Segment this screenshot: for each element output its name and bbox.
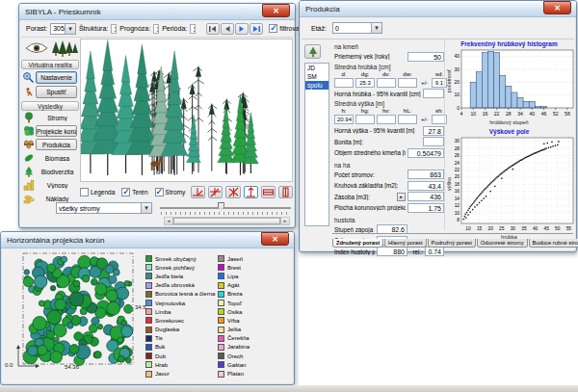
tab-4[interactable]: Odumreté stromy (477, 239, 528, 248)
species-tree-button[interactable] (304, 44, 321, 59)
col-label: hL: (398, 108, 417, 114)
tree-icon (21, 112, 36, 123)
svg-text:25: 25 (499, 226, 505, 231)
height-curve-chart: 8101214161820222426283010152025303540455… (445, 135, 577, 235)
slider-thumb[interactable] (218, 202, 224, 211)
view-axes-diagonal-button[interactable] (225, 186, 240, 198)
titlebar-crown-projection[interactable]: Horizontálna projekcia korún ✕ (1, 232, 294, 248)
stromy-checkbox[interactable] (155, 188, 164, 196)
hustota-row: Index hustoty porastu:880rel.:0.74 (334, 247, 444, 256)
perioda-input[interactable]: 1 (190, 24, 196, 34)
stat-field[interactable] (377, 78, 396, 88)
view-height-button[interactable] (278, 186, 293, 198)
titlebar-explorer[interactable]: SIBYLA - Prieskumník ✕ (19, 4, 295, 20)
legend-swatch (145, 264, 152, 271)
species-item-JD[interactable]: JD (305, 64, 328, 72)
titlebar-production[interactable]: Produkcia ✕ (300, 1, 576, 17)
sidebar-item-2[interactable]: Projekcie korún (21, 124, 79, 138)
nastavenie-button[interactable]: Nastavenie (36, 71, 77, 84)
spustit-button[interactable]: Spustiť (36, 86, 77, 98)
legend-item: Vŕba (218, 316, 290, 325)
tab-2[interactable]: Hlavný porast (384, 239, 426, 248)
stat-field[interactable] (334, 78, 354, 88)
view-front-button[interactable] (244, 186, 258, 198)
horna-vyska-label: Horná výška - 95% kvantil [m] (334, 127, 421, 134)
stat-field[interactable] (398, 78, 417, 88)
legend-label: Brest (227, 265, 241, 271)
nav-last-button[interactable] (250, 23, 263, 35)
stat-field[interactable]: 20.94 (334, 115, 354, 124)
zoom-slider[interactable] (160, 202, 291, 215)
filter-checkbox[interactable] (269, 24, 277, 33)
window-title-crown-projection: Horizontálna projekcia korún (7, 236, 104, 245)
etaz-combo[interactable]: 0 ▼ (332, 22, 382, 34)
scrollbar-thumb[interactable] (173, 218, 280, 224)
horna-hrubka-label: Horná hrúbka - 95% kvantil [cm]: (334, 91, 421, 97)
sidebar-item-6[interactable]: Výnosy (21, 178, 79, 192)
objem-field[interactable]: 0.50479 (407, 148, 444, 158)
row-field[interactable]: 880 (377, 247, 407, 256)
prognoza-input[interactable]: 1 (153, 24, 159, 34)
sidebar-item-3[interactable]: Produkcia (21, 138, 79, 151)
legend-item: Jelša (218, 326, 290, 334)
view-axes-xy-button[interactable] (208, 186, 223, 198)
legend-item: Hrab (145, 360, 218, 369)
svg-text:20: 20 (454, 79, 460, 85)
na-ha-row: Plocha korunových projekcií [ha]:1.75 (334, 203, 444, 213)
tab-3[interactable]: Podružný porast (428, 239, 476, 248)
legend-swatch (145, 361, 152, 368)
hrubka-fields: 25.3+/-9.1 (334, 78, 444, 88)
species-listbox[interactable]: JDSMspolu (304, 63, 329, 226)
stat-field[interactable] (377, 115, 396, 124)
nav-first-button[interactable] (206, 23, 220, 35)
sidebar-item-5[interactable]: Biodiverzita (21, 165, 79, 178)
nav-next-button[interactable] (235, 23, 249, 35)
close-button-explorer[interactable]: ✕ (262, 4, 290, 17)
view-axes-xz-button[interactable] (191, 186, 205, 198)
legend-swatch (218, 264, 224, 271)
porast-combo[interactable]: 305 ▼ (50, 23, 76, 35)
scatter-title: Výškové pole (445, 128, 573, 135)
row-field[interactable]: 43.4 (407, 181, 444, 191)
legend-label: Dub (155, 353, 166, 359)
sidebar-item-4[interactable]: Biomasa (21, 151, 79, 165)
row-field[interactable]: 436 (407, 192, 444, 201)
stat-field[interactable]: 25.3 (355, 78, 375, 88)
stat-field[interactable] (398, 115, 417, 124)
bonita-field[interactable] (423, 137, 444, 146)
tree-filter-combo[interactable]: všetky stromy ▼ (56, 202, 152, 214)
stat-field[interactable] (355, 115, 375, 124)
histogram-chart: 0102030404101622283440465258 (445, 47, 577, 120)
struktura-input[interactable]: 1 (111, 24, 117, 34)
close-button-production[interactable]: ✕ (543, 1, 571, 14)
legend-swatch (218, 371, 224, 378)
species-item-SM[interactable]: SM (305, 72, 328, 81)
svg-text:15: 15 (477, 226, 483, 231)
nav-prev-button[interactable] (221, 23, 234, 35)
horna-hrubka-field[interactable] (423, 89, 444, 98)
na-ha-row: Počet stromov:863 (334, 170, 444, 179)
vek-field[interactable]: 50 (407, 52, 444, 62)
legenda-checkbox[interactable] (80, 188, 89, 196)
sidebar-item-1[interactable]: Stromy (21, 111, 79, 124)
bonita-label: Bonita [m]: (334, 139, 421, 145)
scroll-right-icon[interactable]: ▸ (280, 218, 289, 224)
close-button-crown[interactable]: ✕ (261, 232, 289, 246)
legend-swatch (218, 317, 224, 324)
tab-1[interactable]: Združený porast (332, 239, 383, 248)
spin-button[interactable]: ▸ (397, 193, 406, 201)
tab-5[interactable]: Budúce rubné stromy (529, 239, 578, 248)
svg-text:28: 28 (455, 146, 460, 151)
teren-checkbox[interactable] (121, 188, 130, 196)
species-item-spolu[interactable]: spolu (305, 81, 328, 90)
view-width-button[interactable] (261, 186, 276, 198)
horna-vyska-field[interactable]: 27.8 (423, 126, 444, 136)
horizontal-scrollbar[interactable]: ◂ ▸ (164, 217, 290, 225)
rel-field[interactable]: 0.74 (425, 247, 444, 256)
row-field[interactable]: 863 (407, 170, 444, 179)
scroll-left-icon[interactable]: ◂ (165, 218, 173, 224)
svg-text:50: 50 (555, 226, 561, 231)
legend-item: Javor (145, 369, 218, 378)
forest-3d-view[interactable] (81, 39, 292, 181)
row-field[interactable]: 1.75 (407, 203, 444, 213)
